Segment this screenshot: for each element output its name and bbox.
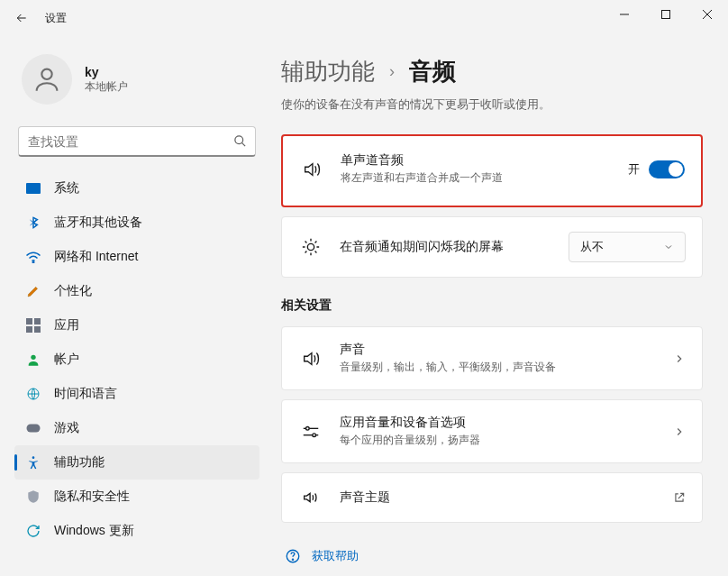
update-icon [25, 523, 41, 539]
svg-point-16 [32, 456, 35, 459]
svg-point-23 [292, 559, 293, 560]
svg-rect-9 [26, 318, 32, 325]
svg-point-13 [31, 355, 35, 360]
sidebar-item-label: 系统 [54, 180, 79, 197]
chevron-right-icon [673, 425, 686, 438]
brush-icon [25, 283, 41, 299]
user-type: 本地帐户 [85, 79, 128, 95]
wifi-icon [25, 249, 41, 265]
sidebar-item-bluetooth[interactable]: 蓝牙和其他设备 [14, 206, 259, 240]
brightness-icon [298, 237, 323, 257]
sidebar-item-label: 应用 [54, 317, 79, 334]
sidebar-item-accessibility[interactable]: 辅助功能 [14, 445, 259, 480]
mono-audio-card: 单声道音频 将左声道和右声道合并成一个声道 开 [281, 134, 703, 207]
svg-line-6 [241, 142, 245, 146]
flash-screen-title: 在音频通知期间闪烁我的屏幕 [340, 239, 552, 255]
related-heading: 相关设置 [281, 297, 703, 314]
chevron-right-icon: › [389, 62, 395, 81]
mono-audio-title: 单声道音频 [341, 152, 612, 169]
svg-rect-12 [34, 326, 41, 333]
toggle-state-label: 开 [628, 161, 640, 178]
close-icon [703, 10, 712, 19]
breadcrumb: 辅助功能 › 音频 [281, 56, 703, 87]
sidebar-item-label: 时间和语言 [54, 386, 117, 402]
back-button[interactable] [7, 4, 36, 32]
svg-rect-1 [662, 11, 670, 19]
svg-point-5 [235, 136, 243, 144]
mono-audio-toggle[interactable] [649, 160, 685, 178]
minimize-button[interactable] [604, 0, 645, 29]
svg-rect-7 [26, 183, 41, 194]
chevron-down-icon [663, 242, 674, 252]
shield-icon [25, 489, 41, 505]
gamepad-icon [25, 420, 41, 436]
globe-icon [25, 386, 41, 402]
chevron-right-icon [673, 352, 686, 365]
arrow-left-icon [14, 11, 29, 25]
appvol-title: 应用音量和设备首选项 [340, 415, 657, 431]
svg-point-8 [32, 261, 34, 263]
svg-rect-10 [34, 318, 41, 325]
svg-point-20 [306, 426, 310, 430]
display-icon [25, 180, 41, 197]
maximize-icon [661, 10, 670, 19]
get-help-row[interactable]: 获取帮助 [281, 532, 703, 576]
breadcrumb-parent[interactable]: 辅助功能 [281, 56, 375, 87]
sidebar-item-privacy[interactable]: 隐私和安全性 [14, 480, 259, 514]
accessibility-icon [25, 454, 41, 471]
app-volume-card[interactable]: 应用音量和设备首选项 每个应用的音量级别，扬声器 [281, 399, 703, 463]
appvol-sub: 每个应用的音量级别，扬声器 [340, 433, 657, 448]
avatar [22, 54, 72, 105]
sound-wave-icon [298, 488, 323, 507]
close-button[interactable] [687, 0, 728, 29]
sidebar-item-label: Windows 更新 [54, 523, 134, 539]
sidebar: ky 本地帐户 系统 蓝牙和其他设备 网络和 Internet 个性 [0, 36, 270, 576]
sidebar-item-network[interactable]: 网络和 Internet [14, 240, 259, 274]
user-block[interactable]: ky 本地帐户 [14, 36, 259, 126]
page-description: 使你的设备在没有声音的情况下更易于收听或使用。 [281, 96, 703, 113]
page-title: 音频 [409, 56, 456, 87]
sidebar-item-time-language[interactable]: 时间和语言 [14, 377, 259, 411]
sound-sub: 音量级别，输出，输入，平衡级别，声音设备 [340, 360, 657, 375]
content: 辅助功能 › 音频 使你的设备在没有声音的情况下更易于收听或使用。 单声道音频 … [270, 36, 728, 576]
svg-point-21 [313, 433, 316, 436]
maximize-button[interactable] [645, 0, 687, 29]
apps-icon [25, 317, 41, 334]
sidebar-item-gaming[interactable]: 游戏 [14, 411, 259, 445]
svg-rect-15 [27, 425, 41, 433]
help-icon [285, 548, 301, 564]
sidebar-item-label: 个性化 [54, 283, 92, 299]
sound-themes-card[interactable]: 声音主题 [281, 472, 703, 523]
sound-title: 声音 [340, 342, 657, 358]
sound-settings-card[interactable]: 声音 音量级别，输出，输入，平衡级别，声音设备 [281, 326, 703, 390]
sliders-icon [298, 422, 323, 442]
speaker-icon [299, 160, 324, 179]
mono-audio-sub: 将左声道和右声道合并成一个声道 [341, 170, 612, 186]
bluetooth-icon [25, 215, 41, 231]
app-title: 设置 [45, 11, 67, 26]
sidebar-item-label: 辅助功能 [54, 454, 105, 471]
flash-screen-card: 在音频通知期间闪烁我的屏幕 从不 [281, 216, 703, 278]
person-icon [32, 64, 62, 95]
speaker-icon [298, 349, 323, 369]
svg-point-4 [41, 69, 51, 79]
search-input[interactable] [18, 126, 256, 157]
sidebar-item-system[interactable]: 系统 [14, 171, 259, 206]
sidebar-item-windows-update[interactable]: Windows 更新 [14, 514, 259, 548]
sidebar-item-label: 网络和 Internet [54, 249, 138, 265]
sidebar-item-label: 隐私和安全性 [54, 489, 130, 505]
search-icon [233, 134, 247, 151]
user-name: ky [85, 65, 128, 79]
get-help-link[interactable]: 获取帮助 [312, 548, 359, 564]
flash-screen-select[interactable]: 从不 [569, 232, 686, 262]
account-icon [25, 352, 41, 368]
sidebar-item-personalization[interactable]: 个性化 [14, 274, 259, 308]
open-external-icon [673, 491, 686, 504]
minimize-icon [620, 10, 629, 19]
sidebar-item-apps[interactable]: 应用 [14, 308, 259, 343]
themes-title: 声音主题 [340, 489, 657, 506]
select-value: 从不 [580, 239, 604, 255]
sidebar-item-accounts[interactable]: 帐户 [14, 343, 259, 377]
svg-rect-11 [26, 326, 32, 333]
sidebar-item-label: 游戏 [54, 420, 79, 436]
